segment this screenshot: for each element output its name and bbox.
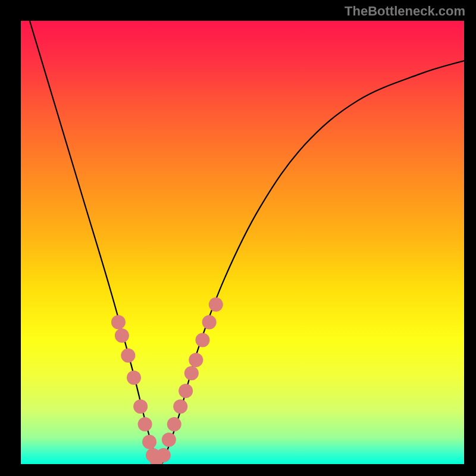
marker-dot <box>127 371 141 385</box>
marker-dot <box>209 298 223 312</box>
marker-dot <box>173 399 187 414</box>
marker-dot <box>189 353 203 367</box>
marker-dot <box>162 433 176 447</box>
plot-area <box>21 21 464 464</box>
marker-dot <box>115 328 129 343</box>
bottleneck-curve <box>30 21 464 464</box>
chart-svg <box>21 21 464 464</box>
marker-dot <box>111 315 126 330</box>
marker-dot <box>142 435 156 449</box>
marker-dot <box>121 348 135 362</box>
marker-dot <box>195 333 209 347</box>
marker-dot <box>138 417 152 431</box>
marker-dot <box>178 384 193 398</box>
marker-dot <box>202 315 217 330</box>
watermark-text: TheBottleneck.com <box>345 4 465 19</box>
marker-group <box>111 298 223 464</box>
marker-dot <box>167 417 181 431</box>
marker-dot <box>133 399 148 414</box>
marker-dot <box>156 448 171 462</box>
marker-dot <box>184 366 199 380</box>
